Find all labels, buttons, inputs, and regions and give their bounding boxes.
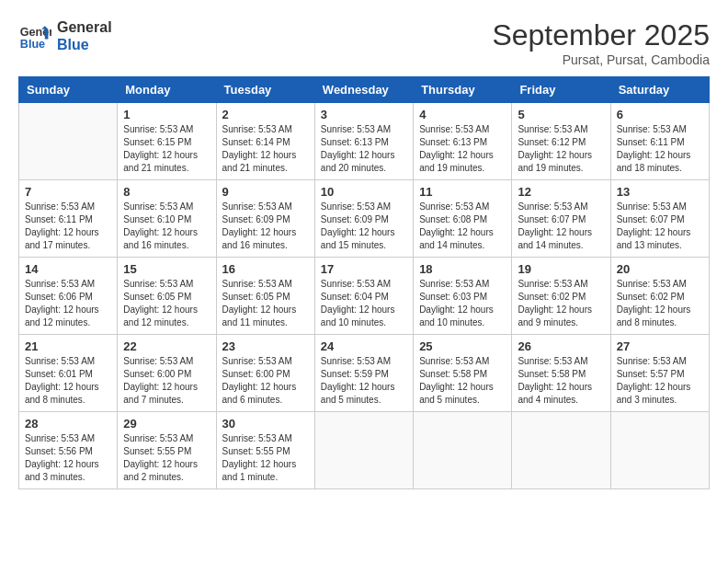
day-number: 10 [321, 185, 407, 199]
cell-content: Sunrise: 5:53 AM Sunset: 5:56 PM Dayligh… [25, 432, 111, 484]
calendar-cell: 25Sunrise: 5:53 AM Sunset: 5:58 PM Dayli… [414, 335, 512, 412]
day-number: 24 [321, 339, 407, 353]
calendar-cell: 18Sunrise: 5:53 AM Sunset: 6:03 PM Dayli… [414, 258, 512, 335]
cell-content: Sunrise: 5:53 AM Sunset: 5:55 PM Dayligh… [123, 432, 210, 484]
weekday-header-tuesday: Tuesday [216, 77, 314, 103]
calendar-cell: 28Sunrise: 5:53 AM Sunset: 5:56 PM Dayli… [19, 412, 118, 489]
day-number: 2 [222, 108, 309, 121]
cell-content: Sunrise: 5:53 AM Sunset: 6:00 PM Dayligh… [222, 355, 309, 407]
calendar-cell: 2Sunrise: 5:53 AM Sunset: 6:14 PM Daylig… [216, 103, 314, 180]
cell-content: Sunrise: 5:53 AM Sunset: 6:08 PM Dayligh… [419, 201, 506, 252]
logo-line2: Blue [57, 36, 112, 53]
cell-content: Sunrise: 5:53 AM Sunset: 6:13 PM Dayligh… [419, 123, 506, 175]
calendar-cell: 19Sunrise: 5:53 AM Sunset: 6:02 PM Dayli… [512, 258, 610, 335]
cell-content: Sunrise: 5:53 AM Sunset: 6:11 PM Dayligh… [617, 123, 703, 175]
calendar-week-5: 28Sunrise: 5:53 AM Sunset: 5:56 PM Dayli… [19, 412, 710, 489]
cell-content: Sunrise: 5:53 AM Sunset: 6:01 PM Dayligh… [25, 355, 111, 407]
day-number: 29 [123, 417, 210, 431]
calendar-cell: 13Sunrise: 5:53 AM Sunset: 6:07 PM Dayli… [610, 180, 709, 258]
logo: General Blue General Blue [18, 18, 112, 53]
calendar-cell: 7Sunrise: 5:53 AM Sunset: 6:11 PM Daylig… [19, 180, 118, 258]
cell-content: Sunrise: 5:53 AM Sunset: 5:58 PM Dayligh… [419, 355, 506, 407]
cell-content: Sunrise: 5:53 AM Sunset: 6:09 PM Dayligh… [321, 201, 407, 252]
day-number: 16 [222, 262, 309, 276]
weekday-header-row: SundayMondayTuesdayWednesdayThursdayFrid… [19, 77, 710, 103]
day-number: 20 [617, 262, 703, 276]
cell-content: Sunrise: 5:53 AM Sunset: 6:09 PM Dayligh… [222, 201, 309, 252]
cell-content: Sunrise: 5:53 AM Sunset: 6:10 PM Dayligh… [123, 201, 210, 252]
day-number: 5 [518, 108, 604, 121]
cell-content: Sunrise: 5:53 AM Sunset: 6:05 PM Dayligh… [123, 278, 210, 329]
cell-content: Sunrise: 5:53 AM Sunset: 5:57 PM Dayligh… [617, 355, 703, 407]
calendar-cell: 5Sunrise: 5:53 AM Sunset: 6:12 PM Daylig… [512, 103, 610, 180]
cell-content: Sunrise: 5:53 AM Sunset: 6:02 PM Dayligh… [617, 278, 703, 329]
day-number: 12 [518, 185, 604, 199]
calendar-cell: 16Sunrise: 5:53 AM Sunset: 6:05 PM Dayli… [216, 258, 314, 335]
day-number: 25 [419, 339, 506, 353]
cell-content: Sunrise: 5:53 AM Sunset: 5:58 PM Dayligh… [518, 355, 604, 407]
calendar-cell: 4Sunrise: 5:53 AM Sunset: 6:13 PM Daylig… [414, 103, 512, 180]
logo-line1: General [57, 18, 112, 36]
cell-content: Sunrise: 5:53 AM Sunset: 6:07 PM Dayligh… [518, 201, 604, 252]
weekday-header-monday: Monday [118, 77, 216, 103]
day-number: 15 [123, 262, 210, 276]
day-number: 18 [419, 262, 506, 276]
calendar-week-4: 21Sunrise: 5:53 AM Sunset: 6:01 PM Dayli… [19, 335, 710, 412]
day-number: 3 [321, 108, 407, 121]
day-number: 23 [222, 339, 309, 353]
calendar-cell: 27Sunrise: 5:53 AM Sunset: 5:57 PM Dayli… [610, 335, 709, 412]
calendar-cell [512, 412, 610, 489]
calendar-cell: 8Sunrise: 5:53 AM Sunset: 6:10 PM Daylig… [118, 180, 216, 258]
day-number: 11 [419, 185, 506, 199]
day-number: 9 [222, 185, 309, 199]
calendar-cell: 14Sunrise: 5:53 AM Sunset: 6:06 PM Dayli… [19, 258, 118, 335]
cell-content: Sunrise: 5:53 AM Sunset: 6:15 PM Dayligh… [123, 123, 210, 175]
cell-content: Sunrise: 5:53 AM Sunset: 6:13 PM Dayligh… [321, 123, 407, 175]
day-number: 21 [25, 339, 111, 353]
cell-content: Sunrise: 5:53 AM Sunset: 6:02 PM Dayligh… [518, 278, 604, 329]
cell-content: Sunrise: 5:53 AM Sunset: 6:03 PM Dayligh… [419, 278, 506, 329]
day-number: 8 [123, 185, 210, 199]
cell-content: Sunrise: 5:53 AM Sunset: 6:11 PM Dayligh… [25, 201, 111, 252]
calendar-cell: 24Sunrise: 5:53 AM Sunset: 5:59 PM Dayli… [314, 335, 413, 412]
day-number: 13 [617, 185, 703, 199]
day-number: 28 [25, 417, 111, 431]
weekday-header-saturday: Saturday [610, 77, 709, 103]
calendar-cell [314, 412, 413, 489]
calendar-cell: 11Sunrise: 5:53 AM Sunset: 6:08 PM Dayli… [414, 180, 512, 258]
calendar-cell: 22Sunrise: 5:53 AM Sunset: 6:00 PM Dayli… [118, 335, 216, 412]
calendar-cell: 3Sunrise: 5:53 AM Sunset: 6:13 PM Daylig… [314, 103, 413, 180]
day-number: 30 [222, 417, 309, 431]
calendar-cell: 21Sunrise: 5:53 AM Sunset: 6:01 PM Dayli… [19, 335, 118, 412]
calendar-cell: 23Sunrise: 5:53 AM Sunset: 6:00 PM Dayli… [216, 335, 314, 412]
calendar-cell [414, 412, 512, 489]
weekday-header-wednesday: Wednesday [314, 77, 413, 103]
day-number: 19 [518, 262, 604, 276]
cell-content: Sunrise: 5:53 AM Sunset: 6:04 PM Dayligh… [321, 278, 407, 329]
cell-content: Sunrise: 5:53 AM Sunset: 6:14 PM Dayligh… [222, 123, 309, 175]
calendar-week-3: 14Sunrise: 5:53 AM Sunset: 6:06 PM Dayli… [19, 258, 710, 335]
weekday-header-thursday: Thursday [414, 77, 512, 103]
cell-content: Sunrise: 5:53 AM Sunset: 6:00 PM Dayligh… [123, 355, 210, 407]
day-number: 7 [25, 185, 111, 199]
cell-content: Sunrise: 5:53 AM Sunset: 6:12 PM Dayligh… [518, 123, 604, 175]
calendar-cell: 20Sunrise: 5:53 AM Sunset: 6:02 PM Dayli… [610, 258, 709, 335]
day-number: 6 [617, 108, 703, 121]
calendar-cell: 17Sunrise: 5:53 AM Sunset: 6:04 PM Dayli… [314, 258, 413, 335]
calendar-table: SundayMondayTuesdayWednesdayThursdayFrid… [18, 76, 710, 489]
title-block: September 2025 Pursat, Pursat, Cambodia [492, 18, 710, 67]
day-number: 22 [123, 339, 210, 353]
calendar-cell: 1Sunrise: 5:53 AM Sunset: 6:15 PM Daylig… [118, 103, 216, 180]
cell-content: Sunrise: 5:53 AM Sunset: 6:07 PM Dayligh… [617, 201, 703, 252]
logo-icon: General Blue [18, 19, 51, 52]
day-number: 1 [123, 108, 210, 121]
calendar-cell: 12Sunrise: 5:53 AM Sunset: 6:07 PM Dayli… [512, 180, 610, 258]
calendar-cell: 9Sunrise: 5:53 AM Sunset: 6:09 PM Daylig… [216, 180, 314, 258]
cell-content: Sunrise: 5:53 AM Sunset: 5:59 PM Dayligh… [321, 355, 407, 407]
cell-content: Sunrise: 5:53 AM Sunset: 6:05 PM Dayligh… [222, 278, 309, 329]
calendar-cell: 10Sunrise: 5:53 AM Sunset: 6:09 PM Dayli… [314, 180, 413, 258]
svg-text:Blue: Blue [20, 38, 45, 51]
cell-content: Sunrise: 5:53 AM Sunset: 5:55 PM Dayligh… [222, 432, 309, 484]
calendar-cell: 30Sunrise: 5:53 AM Sunset: 5:55 PM Dayli… [216, 412, 314, 489]
calendar-week-1: 1Sunrise: 5:53 AM Sunset: 6:15 PM Daylig… [19, 103, 710, 180]
